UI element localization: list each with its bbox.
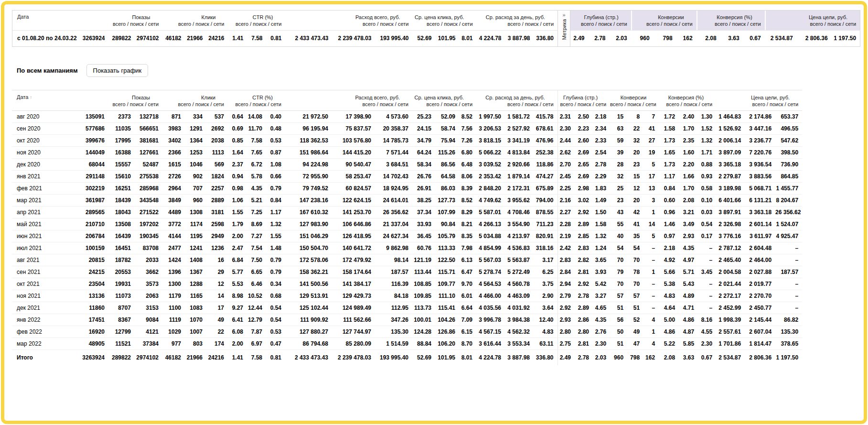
cell: 111.10 [435, 290, 459, 302]
cell: 2 601.14 [745, 218, 775, 230]
cell: 2 326.98 [716, 218, 745, 230]
total-cell: 21966 [185, 350, 206, 366]
cell: 109.85 [412, 290, 435, 302]
column-group-header[interactable]: Цена цели, руб.всего / поиск / сети [716, 90, 802, 111]
cell: 141 500.56 [285, 278, 332, 290]
cell: 6.48 [459, 159, 476, 171]
cell: – [698, 254, 716, 266]
cell: 5 278.74 [476, 266, 505, 278]
cell: 1 701.86 [716, 338, 745, 350]
cell: 107.99 [435, 207, 459, 218]
cell: 4 031.92 [505, 302, 534, 314]
column-group-header: CTR (%)всего / поиск / сети [228, 11, 286, 31]
column-group-header[interactable]: Глубина (стр.)всего / поиск / сети [557, 90, 610, 111]
cell: 0.48 [266, 123, 285, 135]
cell: 28 [610, 159, 627, 171]
cell: 7 220.76 [745, 147, 775, 159]
column-group-header[interactable]: Показывсего / поиск / сети [80, 90, 162, 111]
row-date: ноя 2021 [12, 290, 80, 302]
cell: 1308 [185, 207, 206, 218]
cell: 20 [627, 195, 643, 207]
column-group-header[interactable]: Ср. цена клика, руб.всего / поиск / сети [412, 90, 476, 111]
cell: 1179 [162, 290, 185, 302]
metrika-panel-toggle[interactable]: »Метрика [558, 11, 570, 47]
cell: 5.22 [659, 338, 679, 350]
cell: 7.26 [459, 135, 476, 147]
cell: 1.32 [698, 135, 716, 147]
cell: 474.27 [534, 171, 557, 183]
summary-cell: 2.78 [589, 31, 610, 47]
cell: 2.54 [593, 147, 610, 159]
cell: 115.71 [435, 266, 459, 278]
column-group-header[interactable]: Кликивсего / поиск / сети [162, 90, 228, 111]
cell: 1083 [185, 302, 206, 314]
cell: 96 195.94 [285, 123, 332, 135]
cell: 13 [643, 183, 659, 195]
cell: 2.44 [557, 135, 575, 147]
cell: 0.66 [266, 171, 285, 183]
column-group-header[interactable]: Ср. расход за день, руб.всего / поиск / … [476, 90, 557, 111]
cell: 118 362.53 [285, 135, 332, 147]
summary-cell: 2 433 473.43 [286, 31, 332, 47]
show-chart-button[interactable]: Показать график [86, 64, 149, 77]
cell: 72 955.90 [285, 171, 332, 183]
cell: 864.85 [775, 171, 802, 183]
cell: 5.42 [593, 278, 610, 290]
cell: 5 567.03 [476, 254, 505, 266]
cell: 5 [643, 230, 659, 242]
cell: 0.10 [698, 195, 716, 207]
cell: 113.44 [412, 266, 435, 278]
cell: 58.74 [435, 123, 459, 135]
column-sublabel: всего / поиск / сети [659, 101, 716, 108]
column-group-header[interactable]: Конверсиивсего / поиск / сети [610, 90, 659, 111]
cell: 158 174.64 [332, 266, 375, 278]
cell: 2.31 [557, 111, 575, 123]
summary-cell: 2 534.87 [765, 31, 797, 47]
column-sublabel: всего / поиск / сети [765, 21, 860, 27]
cell: 2477 [162, 242, 185, 254]
cell: 24 614.01 [375, 195, 412, 207]
cell: 8.70 [459, 338, 476, 350]
column-sublabel: всего / поиск / сети [412, 101, 476, 108]
cell: 6 131.21 [745, 195, 775, 207]
cell: 5.71 [679, 266, 698, 278]
summary-cell: 0.67 [743, 31, 765, 47]
cell: 5.78 [247, 171, 266, 183]
cell: 0.03 [698, 207, 716, 218]
cell: 190345 [135, 230, 162, 242]
summary-totals-table: ДатаПоказывсего / поиск / сетиКликивсего… [12, 10, 860, 47]
column-group-header[interactable]: Конверсия (%)всего / поиск / сети [659, 90, 716, 111]
cell: 1 998.39 [716, 314, 745, 326]
column-label: Ср. цена клика, руб. [413, 14, 477, 21]
column-group-header[interactable]: Расход всего, руб.всего / поиск / сети [285, 90, 412, 111]
cell: 127661 [135, 147, 162, 159]
column-label: CTR (%) [228, 14, 286, 21]
cell: 6.46 [247, 278, 266, 290]
cell: 2.62 [557, 147, 575, 159]
cell: 1.49 [593, 195, 610, 207]
cell: 2.33 [593, 135, 610, 147]
cell: 3 611.97 [745, 230, 775, 242]
cell: 34.79 [412, 135, 435, 147]
cell: 112.95 [375, 302, 412, 314]
cell: 2366 [162, 147, 185, 159]
cell: 40 [610, 230, 627, 242]
cell: 15557 [108, 159, 135, 171]
cell: 1 879.14 [505, 171, 534, 183]
column-group-header[interactable]: CTR (%)всего / поиск / сети [228, 90, 285, 111]
cell: 0.79 [266, 254, 285, 266]
cell: 0.93 [698, 171, 716, 183]
cell: – [643, 290, 659, 302]
cell: 23 [627, 159, 643, 171]
cell: 10.52 [247, 290, 266, 302]
cell: 6.80 [459, 147, 476, 159]
cell: 52 [627, 314, 643, 326]
cell: 1.64 [228, 147, 247, 159]
cell: 16251 [108, 183, 135, 195]
row-date: янв 2022 [12, 314, 80, 326]
cell: 2.69 [575, 171, 593, 183]
cell: 3 189.98 [716, 183, 745, 195]
cell: 3983 [162, 123, 185, 135]
cell: 3 553.34 [505, 338, 534, 350]
date-column-header[interactable]: Дата↑ [12, 90, 80, 111]
